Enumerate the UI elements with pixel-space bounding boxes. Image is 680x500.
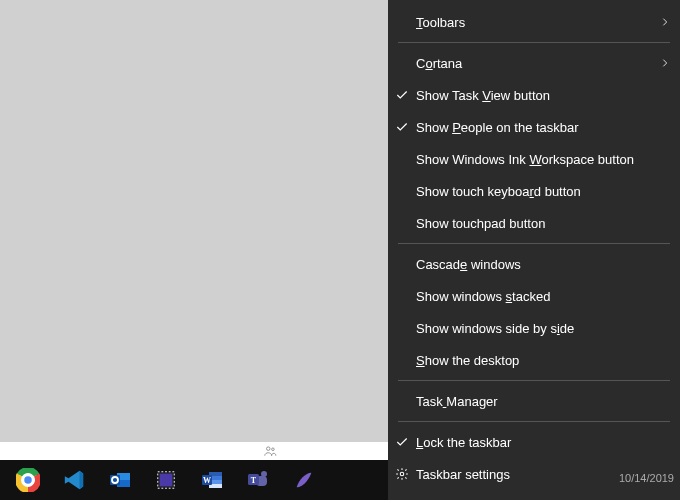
menu-item-show-windows-ink-workspace-button[interactable]: Show Windows Ink Workspace button [388, 143, 680, 175]
taskbar-context-menu: ToolbarsCortanaShow Task View buttonShow… [388, 0, 680, 500]
menu-item-show-task-view-button[interactable]: Show Task View button [388, 79, 680, 111]
menu-separator [398, 42, 670, 43]
menu-item-cascade-windows[interactable]: Cascade windows [388, 248, 680, 280]
svg-text:W: W [203, 476, 211, 485]
menu-item-label: Lock the taskbar [416, 435, 654, 450]
menu-item-show-touchpad-button[interactable]: Show touchpad button [388, 207, 680, 239]
window-strip [0, 442, 388, 460]
menu-separator [398, 243, 670, 244]
menu-item-label: Show People on the taskbar [416, 120, 654, 135]
menu-item-taskbar-settings[interactable]: Taskbar settings [388, 458, 680, 490]
desktop-area[interactable] [0, 0, 388, 460]
vscode-icon[interactable] [52, 460, 96, 500]
svg-point-1 [272, 448, 275, 451]
menu-item-show-the-desktop[interactable]: Show the desktop [388, 344, 680, 376]
svg-point-27 [400, 472, 404, 476]
taskbar: WT [0, 460, 388, 500]
pen-icon[interactable] [282, 460, 326, 500]
menu-item-label: Show touchpad button [416, 216, 654, 231]
menu-item-label: Cascade windows [416, 257, 654, 272]
chevron-right-icon [654, 58, 670, 68]
snip-icon[interactable] [144, 460, 188, 500]
svg-text:T: T [251, 476, 257, 485]
menu-item-label: Cortana [416, 56, 654, 71]
word-icon[interactable]: W [190, 460, 234, 500]
menu-item-label: Show touch keyboard button [416, 184, 654, 199]
teams-icon[interactable]: T [236, 460, 280, 500]
svg-point-24 [261, 471, 267, 477]
menu-item-label: Taskbar settings [416, 467, 654, 482]
menu-separator [398, 421, 670, 422]
menu-item-show-touch-keyboard-button[interactable]: Show touch keyboard button [388, 175, 680, 207]
menu-item-show-people-on-the-taskbar[interactable]: Show People on the taskbar [388, 111, 680, 143]
menu-separator [398, 380, 670, 381]
menu-item-label: Show the desktop [416, 353, 654, 368]
menu-item-task-manager[interactable]: Task Manager [388, 385, 680, 417]
svg-point-0 [267, 447, 271, 451]
chevron-right-icon [654, 17, 670, 27]
menu-item-toolbars[interactable]: Toolbars [388, 6, 680, 38]
menu-item-label: Show windows side by side [416, 321, 654, 336]
menu-item-label: Task Manager [416, 394, 654, 409]
menu-item-label: Show Windows Ink Workspace button [416, 152, 654, 167]
menu-item-lock-the-taskbar[interactable]: Lock the taskbar [388, 426, 680, 458]
menu-item-label: Toolbars [416, 15, 654, 30]
chrome-icon[interactable] [6, 460, 50, 500]
gear-icon [388, 467, 416, 481]
check-icon [388, 435, 416, 449]
menu-item-show-windows-side-by-side[interactable]: Show windows side by side [388, 312, 680, 344]
check-icon [388, 88, 416, 102]
people-icon [260, 442, 280, 460]
svg-rect-15 [160, 474, 173, 487]
check-icon [388, 120, 416, 134]
menu-item-cortana[interactable]: Cortana [388, 47, 680, 79]
menu-item-label: Show Task View button [416, 88, 654, 103]
menu-item-label: Show windows stacked [416, 289, 654, 304]
outlook-icon[interactable] [98, 460, 142, 500]
svg-marker-9 [80, 471, 84, 489]
menu-item-show-windows-stacked[interactable]: Show windows stacked [388, 280, 680, 312]
